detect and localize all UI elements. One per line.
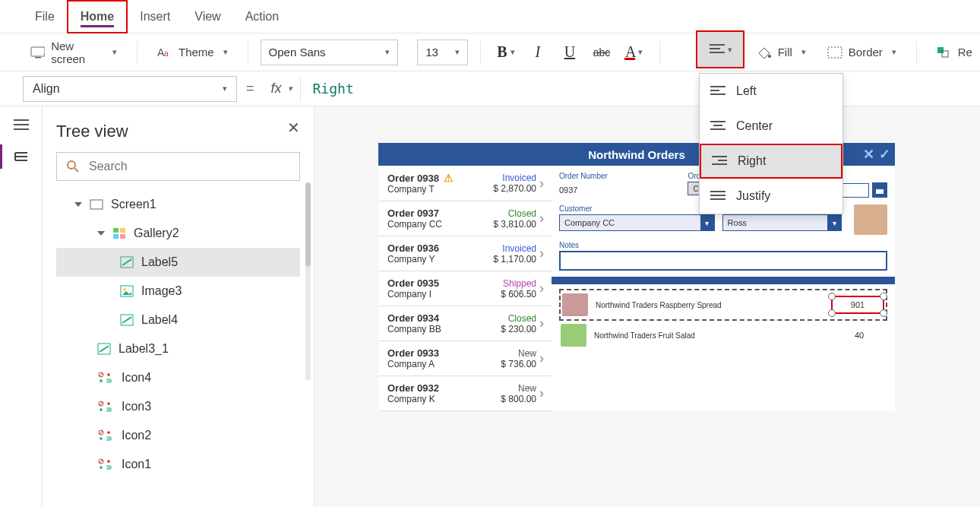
new-screen-icon: + <box>30 46 45 59</box>
customer-value: Company CC <box>564 218 615 227</box>
svg-line-29 <box>100 346 109 352</box>
chevron-down-icon: ▾ <box>112 47 117 57</box>
tree-node-icon3[interactable]: Icon3 <box>56 392 300 421</box>
employee-value: Ross <box>728 218 747 227</box>
font-select[interactable]: Open Sans ▾ <box>261 40 399 65</box>
chevron-right-icon: › <box>536 350 544 366</box>
align-dropdown: Left Center Right Justify <box>699 73 843 214</box>
customer-select[interactable]: Company CC▾ <box>559 214 715 231</box>
bold-button[interactable]: B▾ <box>493 40 519 65</box>
property-value: Align <box>33 82 60 96</box>
svg-text:+: + <box>43 50 45 59</box>
theme-label: Theme <box>179 46 214 59</box>
tree-view-icon[interactable] <box>12 147 30 166</box>
svg-rect-1 <box>35 57 41 59</box>
reorder-button[interactable]: Re <box>929 40 980 65</box>
tree-node-icon1[interactable]: Icon1 <box>56 450 300 479</box>
accept-icon[interactable]: ✓ <box>879 146 890 163</box>
screen-icon <box>90 199 103 210</box>
icon-group-icon <box>97 401 114 413</box>
svg-line-16 <box>74 168 78 172</box>
fontsize-select[interactable]: 13 ▾ <box>417 40 468 65</box>
tree-node-screen[interactable]: Screen1 <box>56 190 300 219</box>
hamburger-icon[interactable] <box>12 116 30 134</box>
menu-view[interactable]: View <box>182 0 232 33</box>
svg-point-15 <box>68 161 75 169</box>
tree-scrollbar[interactable] <box>305 182 311 380</box>
order-item[interactable]: Order 0936Company Y Invoiced$ 1,170.00 › <box>378 236 552 271</box>
underline-button[interactable]: U <box>557 40 583 65</box>
search-input[interactable] <box>87 159 290 174</box>
icon-group-icon <box>97 429 114 442</box>
separator <box>916 41 917 64</box>
new-screen-button[interactable]: + New screen ▾ <box>23 40 125 65</box>
close-icon[interactable]: ✕ <box>287 119 300 137</box>
chevron-down-icon: ▾ <box>511 47 515 57</box>
font-color-button[interactable]: A▾ <box>621 40 647 65</box>
image-icon <box>120 285 134 297</box>
line-item[interactable]: Northwind Traders Raspberry Spread 901 <box>559 289 887 321</box>
canvas[interactable]: Northwind Orders ✕ ✓ Order 0938⚠Company … <box>315 106 980 507</box>
expand-icon <box>74 202 82 207</box>
chevron-down-icon: ▾ <box>288 84 292 93</box>
order-item[interactable]: Order 0934Company BB Closed$ 230.00 › <box>378 306 552 341</box>
calendar-icon[interactable] <box>872 182 887 198</box>
qty-selected[interactable]: 901 <box>831 296 884 314</box>
cancel-icon[interactable]: ✕ <box>863 146 874 163</box>
order-item[interactable]: Order 0938⚠Company T Invoiced$ 2,870.00 … <box>378 166 552 201</box>
fill-button[interactable]: Fill ▾ <box>749 40 814 65</box>
reorder-icon <box>937 46 952 59</box>
notes-input[interactable] <box>559 251 887 271</box>
menu-insert[interactable]: Insert <box>128 0 182 33</box>
tree-node-icon4[interactable]: Icon4 <box>56 363 300 392</box>
tree-node-icon2[interactable]: Icon2 <box>56 421 300 450</box>
align-option-justify[interactable]: Justify <box>700 179 842 214</box>
svg-text:a: a <box>164 49 169 58</box>
svg-rect-39 <box>876 187 884 189</box>
scrollbar-thumb[interactable] <box>305 182 311 266</box>
chevron-right-icon: › <box>536 211 544 227</box>
separator <box>137 41 138 64</box>
border-button[interactable]: Border ▾ <box>820 40 904 65</box>
strikethrough-button[interactable]: abc <box>589 40 615 65</box>
formula-value[interactable]: Right <box>301 81 354 97</box>
product-name: Northwind Traders Fruit Salad <box>594 331 825 340</box>
tree-label: Label3_1 <box>119 342 169 356</box>
chevron-down-icon: ▾ <box>801 47 806 57</box>
order-item[interactable]: Order 0932Company K New$ 800.00 › <box>378 376 552 411</box>
tree-node-label5[interactable]: Label5 <box>56 248 300 277</box>
order-item[interactable]: Order 0937Company CC Closed$ 3,810.00 › <box>378 201 552 236</box>
fx-button[interactable]: fx▾ <box>264 76 301 102</box>
tree-node-label3-1[interactable]: Label3_1 <box>56 334 300 363</box>
expand-icon <box>97 231 105 236</box>
tree-panel: Tree view ✕ Screen1 Gallery2 Label5 <box>43 106 315 507</box>
order-item[interactable]: Order 0935Company I Shipped$ 606.50 › <box>378 271 552 306</box>
fontsize-value: 13 <box>425 46 438 59</box>
property-select[interactable]: Align ▾ <box>23 76 237 102</box>
reorder-label: Re <box>958 46 972 59</box>
menu-file[interactable]: File <box>23 0 67 33</box>
tree-search[interactable] <box>56 152 300 181</box>
chevron-right-icon: › <box>536 315 544 331</box>
line-item[interactable]: Northwind Traders Fruit Salad 40 <box>559 321 887 350</box>
ribbon: + New screen ▾ Aa Theme ▾ Open Sans ▾ 13… <box>0 33 980 71</box>
svg-point-8 <box>768 55 771 58</box>
align-option-right[interactable]: Right <box>700 144 842 179</box>
align-option-left[interactable]: Left <box>700 74 842 109</box>
theme-button[interactable]: Aa Theme ▾ <box>150 40 236 65</box>
tree-node-label4[interactable]: Label4 <box>56 306 300 334</box>
tree: Screen1 Gallery2 Label5 Image3 Label4 <box>56 190 300 479</box>
text-align-button[interactable]: ▾ <box>697 32 743 67</box>
tree-node-gallery[interactable]: Gallery2 <box>56 219 300 248</box>
menu-action[interactable]: Action <box>233 0 291 33</box>
search-icon <box>66 160 80 173</box>
italic-button[interactable]: I <box>525 40 551 65</box>
border-icon <box>827 46 842 59</box>
menu-home[interactable]: Home <box>67 0 128 33</box>
align-option-center[interactable]: Center <box>700 109 842 144</box>
tree-node-image3[interactable]: Image3 <box>56 277 300 306</box>
employee-select[interactable]: Ross▾ <box>722 214 842 231</box>
icon-group-icon <box>97 372 114 384</box>
order-item[interactable]: Order 0933Company A New$ 736.00 › <box>378 341 552 376</box>
app-title: Northwind Orders <box>588 148 685 161</box>
